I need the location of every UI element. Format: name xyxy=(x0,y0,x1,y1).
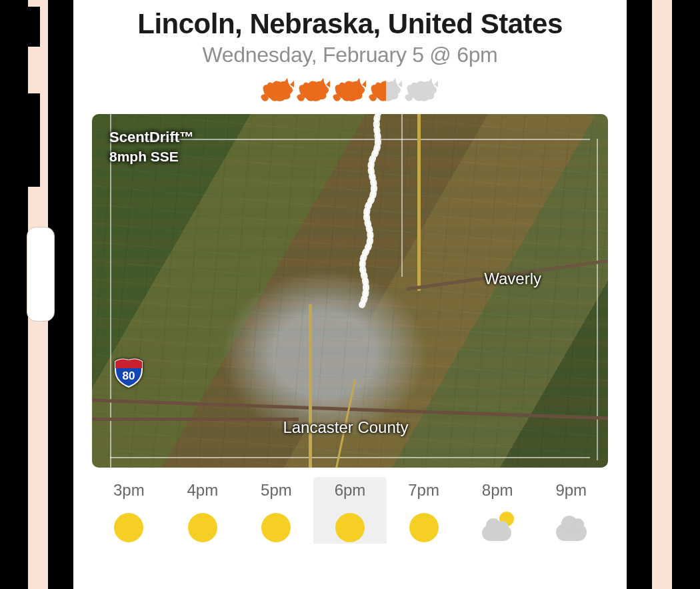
sun-icon xyxy=(187,513,218,544)
hour-column[interactable]: 7pm xyxy=(387,477,461,544)
hour-time-label: 6pm xyxy=(313,481,387,500)
hour-time-label: 8pm xyxy=(461,481,535,500)
sun-icon xyxy=(409,513,439,544)
hour-column[interactable]: 3pm xyxy=(92,477,166,544)
fox-rating-icon xyxy=(405,77,439,103)
phone-side-button-b xyxy=(9,93,40,187)
location-title: Lincoln, Nebraska, United States xyxy=(92,8,608,40)
datetime-subtitle: Wednesday, February 5 @ 6pm xyxy=(92,43,608,67)
hour-time-label: 5pm xyxy=(239,481,313,500)
interstate-shield-icon: 80 xyxy=(113,358,144,388)
fox-rating-icon xyxy=(297,77,331,103)
sun-icon xyxy=(261,513,291,544)
hour-column[interactable]: 4pm xyxy=(166,477,240,544)
hourly-forecast-strip[interactable]: 3pm4pm5pm6pm7pm8pm9pm xyxy=(92,477,608,544)
sun-icon xyxy=(335,513,365,544)
sun-icon xyxy=(113,513,144,544)
phone-side-button-a xyxy=(9,7,40,47)
hour-time-label: 3pm xyxy=(92,481,166,500)
map-place-label: Lancaster County xyxy=(283,418,408,437)
map-road xyxy=(417,114,421,291)
app-screen: Lincoln, Nebraska, United States Wednesd… xyxy=(73,0,627,589)
map-overlay-box: ScentDrift™ 8mph SSE xyxy=(109,129,194,165)
hour-column[interactable]: 5pm xyxy=(239,477,313,544)
map-view[interactable]: 80 ScentDrift™ 8mph SSE WaverlyLancaster… xyxy=(92,114,608,468)
wind-value-label: 8mph SSE xyxy=(109,149,194,165)
activity-rating xyxy=(92,77,608,103)
hour-time-label: 9pm xyxy=(534,481,608,500)
partly-cloudy-icon xyxy=(482,513,513,544)
hour-column[interactable]: 9pm xyxy=(534,477,608,544)
background-ghost-panel xyxy=(27,227,55,322)
hour-time-label: 7pm xyxy=(387,481,461,500)
fox-rating-icon xyxy=(261,77,295,103)
hour-column[interactable]: 8pm xyxy=(461,477,535,544)
map-place-label: Waverly xyxy=(484,269,541,288)
hour-column[interactable]: 6pm xyxy=(313,477,387,544)
interstate-shield-number: 80 xyxy=(123,370,135,382)
phone-bezel-right xyxy=(627,0,652,589)
map-road xyxy=(92,418,299,421)
hour-time-label: 4pm xyxy=(166,481,240,500)
map-road xyxy=(309,304,312,468)
fox-rating-icon xyxy=(333,77,367,103)
scentdrift-label: ScentDrift™ xyxy=(109,129,194,146)
cloudy-icon xyxy=(556,513,587,544)
phone-chassis-right xyxy=(652,0,672,589)
fox-rating-icon xyxy=(369,77,403,103)
